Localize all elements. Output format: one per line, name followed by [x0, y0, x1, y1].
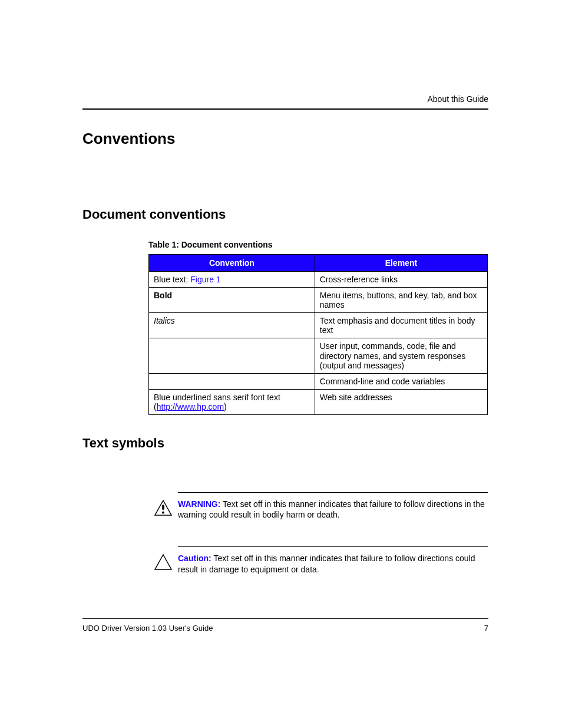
table-row: Blue underlined sans serif font text (ht…	[149, 389, 488, 414]
heading-conventions: Conventions	[82, 130, 488, 148]
page-number: 7	[484, 624, 488, 633]
heading-text-symbols: Text symbols	[82, 436, 488, 451]
warning-block: WARNING: Text set off in this manner ind…	[148, 492, 488, 520]
cell-element: Web site addresses	[315, 389, 487, 414]
cell-convention	[149, 338, 315, 373]
warning-icon	[154, 500, 172, 516]
caution-icon	[154, 554, 172, 571]
cell-element: Text emphasis and document titles in bod…	[315, 313, 487, 338]
cell-convention: Blue underlined sans serif font text (ht…	[149, 389, 315, 414]
table-row: User input, commands, code, file and dir…	[149, 338, 488, 373]
caution-label: Caution:	[178, 554, 211, 563]
document-page: About this Guide Conventions Document co…	[0, 0, 562, 728]
svg-rect-0	[162, 505, 164, 510]
table-row: Blue text: Figure 1 Cross-reference link…	[149, 272, 488, 288]
heading-document-conventions: Document conventions	[82, 207, 488, 222]
conventions-table: Convention Element Blue text: Figure 1 C…	[148, 254, 488, 415]
table-row: Italics Text emphasis and document title…	[149, 313, 488, 338]
cell-convention: Blue text: Figure 1	[149, 272, 315, 288]
divider	[178, 546, 488, 547]
cell-element: Cross-reference links	[315, 272, 487, 288]
cell-element: Menu items, buttons, and key, tab, and b…	[315, 288, 487, 313]
url-link[interactable]: http://www.hp.com	[157, 402, 224, 411]
cell-element: User input, commands, code, file and dir…	[315, 338, 487, 373]
warning-label: WARNING:	[178, 499, 220, 509]
running-header: About this Guide	[427, 94, 488, 104]
table-row: Command-line and code variables	[149, 373, 488, 389]
caution-block: Caution: Text set off in this manner ind…	[148, 546, 488, 574]
table-header-element: Element	[315, 255, 487, 272]
conventions-table-wrap: Table 1: Document conventions Convention…	[148, 240, 488, 415]
footer-title: UDO Driver Version 1.03 User's Guide	[82, 624, 213, 633]
header-rule	[82, 108, 488, 110]
svg-point-1	[162, 512, 164, 514]
cross-reference-link[interactable]: Figure 1	[190, 275, 220, 284]
cell-element: Command-line and code variables	[315, 373, 487, 389]
table-header-convention: Convention	[149, 255, 315, 272]
caution-text: Caution: Text set off in this manner ind…	[178, 553, 488, 574]
cell-convention: Bold	[149, 288, 315, 313]
warning-text: WARNING: Text set off in this manner ind…	[178, 499, 488, 520]
table-row: Bold Menu items, buttons, and key, tab, …	[149, 288, 488, 313]
divider	[178, 492, 488, 493]
table-caption: Table 1: Document conventions	[148, 240, 488, 249]
cell-convention: Italics	[149, 313, 315, 338]
cell-convention	[149, 373, 315, 389]
footer-rule	[82, 618, 488, 619]
